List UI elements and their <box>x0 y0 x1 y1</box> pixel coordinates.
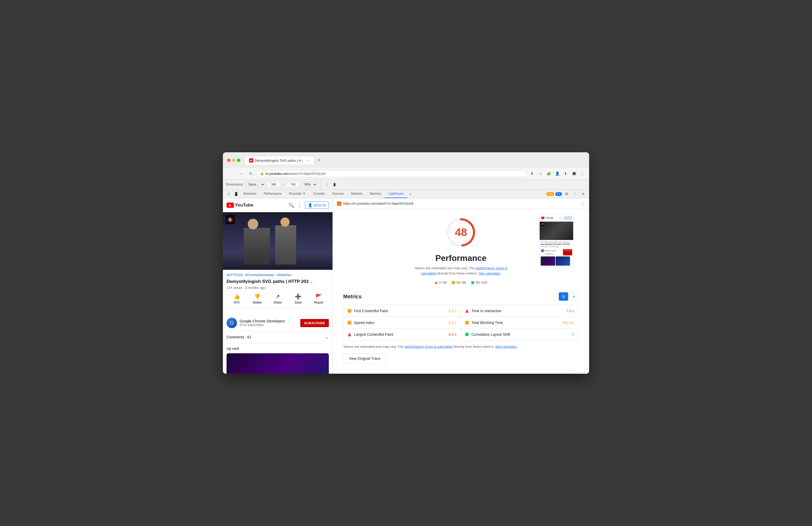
save-label: Save <box>294 301 302 304</box>
comments-label: Comments · 61 <box>227 335 251 339</box>
tab-console[interactable]: Console <box>309 190 328 198</box>
channel-name[interactable]: Google Chrome Developers <box>240 319 298 323</box>
inspect-element-icon[interactable]: ⊹ <box>225 190 232 198</box>
extensions-icon[interactable]: 🧩 <box>545 170 552 177</box>
new-tab-button[interactable]: + <box>314 155 323 165</box>
legend-poor: 0–49 <box>435 281 447 284</box>
profile-icon[interactable]: 👤 <box>553 170 561 177</box>
video-meta: 17K views · 3 months ago <box>227 286 329 290</box>
view-original-trace-button[interactable]: View Original Trace <box>343 354 386 364</box>
close-button[interactable] <box>227 159 231 162</box>
next-video-thumbnail[interactable]: The History Navigation API. HTTP 203 <box>227 353 329 374</box>
cast-icon[interactable]: 🔳 <box>570 170 578 177</box>
tbt-indicator <box>465 321 469 325</box>
reload-button[interactable]: ↻ <box>247 170 255 177</box>
like-action[interactable]: 👍 870 <box>227 293 247 304</box>
devtools-more-icon[interactable]: ⋮ <box>571 190 579 198</box>
device-select[interactable]: Sams... <box>245 182 265 187</box>
score-gauge: 48 Performance Values are estimated and … <box>411 214 511 284</box>
subscribe-button[interactable]: SUBSCRIBE <box>300 319 329 327</box>
zoom-select[interactable]: 95% <box>302 182 317 187</box>
mute-icon[interactable]: 🔇 <box>226 215 235 224</box>
sign-in-button[interactable]: 👤 SIGN IN <box>305 201 329 209</box>
maximize-button[interactable] <box>237 159 241 162</box>
more-icon[interactable]: ⋮ <box>297 202 302 208</box>
footer-perf-link[interactable]: performance score is calculated <box>405 345 453 349</box>
tab-sources[interactable]: Sources <box>328 190 347 198</box>
share-action[interactable]: ↗ Share <box>267 293 288 304</box>
tab-title: Demystifyingish SVG paths | H... <box>255 159 304 162</box>
search-icon[interactable]: 🔍 <box>288 202 294 208</box>
traffic-lights <box>227 159 241 162</box>
legend-good: 90–100 <box>471 281 487 284</box>
grid-view-button[interactable]: ☰ <box>559 292 568 301</box>
lighthouse-panel: 🔶 https://m.youtube.com/watch?v=9qen5CKj… <box>333 198 589 374</box>
minimize-button[interactable] <box>232 159 235 162</box>
lcp-name: Largest Contentful Paint <box>354 332 446 337</box>
share-icon[interactable]: ⬆ <box>528 170 536 177</box>
legend-average: 50–89 <box>452 281 466 284</box>
tag-chromedeveloper[interactable]: #ChromeDeveloper <box>245 273 275 277</box>
tab-network[interactable]: Network <box>347 190 366 198</box>
save-action[interactable]: ➕ Save <box>288 293 308 304</box>
lcp-value: 8.5 s <box>449 332 456 337</box>
lighthouse-url: https://m.youtube.com/watch?v=9qen5CKjUe… <box>343 201 579 205</box>
tab-performance[interactable]: Performance <box>260 190 286 198</box>
si-value: 4.8 s <box>449 321 456 325</box>
metric-cls: Cumulative Layout Shift 0 <box>461 329 578 340</box>
video-info: #HTTP203 #ChromeDeveloper #WebDev Demyst… <box>223 270 333 315</box>
ss-mute-icon: 🔇 <box>541 222 545 226</box>
metric-fcp: First Contentful Paint 3.5 s <box>344 305 461 317</box>
height-input[interactable] <box>287 182 300 187</box>
poor-indicator <box>435 281 437 284</box>
dislike-label: Dislike <box>253 301 262 304</box>
youtube-logo-icon: ▶ <box>227 202 234 208</box>
metric-si: Speed Index 4.8 s <box>344 317 461 329</box>
legend-poor-label: 0–49 <box>439 281 447 284</box>
dislike-action[interactable]: 👎 Dislike <box>247 293 267 304</box>
dimensions-label: Dimensions: <box>226 183 243 186</box>
video-thumbnail[interactable]: 🔇 <box>223 212 333 270</box>
width-input[interactable] <box>267 182 280 187</box>
footer-calculator-link[interactable]: See calculator. <box>495 345 518 349</box>
youtube-logo-text: YouTube <box>235 202 253 208</box>
lighthouse-more-icon[interactable]: ⋮ <box>581 201 585 206</box>
tag-http203[interactable]: #HTTP203 <box>227 273 243 277</box>
device-more-options[interactable]: ⋮ <box>323 181 331 188</box>
comments-row[interactable]: Comments · 61 ⌄ <box>223 331 333 343</box>
dislike-icon: 👎 <box>254 293 261 300</box>
calculator-link[interactable]: See calculator. <box>479 271 501 275</box>
tag-webdev[interactable]: #WebDev <box>277 273 292 277</box>
up-next-section: Up next The History Navigation API. HTTP… <box>223 343 333 374</box>
back-button[interactable]: ← <box>226 170 234 177</box>
yt-header-icons: 🔍 ⋮ 👤 SIGN IN <box>288 201 329 209</box>
comments-expand-icon[interactable]: ⌄ <box>325 334 329 340</box>
more-tabs-button[interactable]: » <box>408 190 414 198</box>
address-bar[interactable]: 🔒 m.youtube.com/watch?v=9qen5CKjUe8 <box>257 170 526 177</box>
tab-close-button[interactable]: × <box>306 158 310 162</box>
report-action[interactable]: 🚩 Report <box>308 293 329 304</box>
close-devtools-icon[interactable]: ✕ <box>580 190 587 198</box>
fcp-name: First Contentful Paint <box>354 309 446 313</box>
report-label: Report <box>314 301 323 304</box>
device-mode-icon[interactable]: 📱 <box>232 190 240 198</box>
expand-chevron-icon[interactable]: ⌄ <box>310 280 313 284</box>
tab-memory[interactable]: Memory <box>366 190 385 198</box>
channel-avatar: G <box>227 318 237 328</box>
bookmark-icon[interactable]: ☆ <box>537 170 544 177</box>
si-indicator <box>348 321 351 325</box>
list-view-button[interactable]: ≡ <box>569 292 579 301</box>
tab-recorder[interactable]: Recorder 🎙 <box>286 190 310 198</box>
panel-actions: ⚠ 1 ℹ 1 ⚙ ⋮ ✕ <box>546 190 587 198</box>
save-icon: ➕ <box>295 293 301 300</box>
tab-lighthouse[interactable]: Lighthouse <box>385 190 408 198</box>
forward-button[interactable]: → <box>236 170 245 177</box>
youtube-header: ▶ YouTube 🔍 ⋮ 👤 SIGN IN <box>223 198 333 212</box>
responsive-icon[interactable]: 📱 <box>331 181 338 188</box>
settings-icon[interactable]: ⚙ <box>563 190 570 198</box>
tab-elements[interactable]: Elements <box>240 190 260 198</box>
active-tab[interactable]: ▶ Demystifyingish SVG paths | H... × <box>245 156 314 165</box>
nav-actions: ⬆ ☆ 🧩 👤 ⬇ 🔳 ⋮ <box>528 170 586 177</box>
download-icon[interactable]: ⬇ <box>562 170 569 177</box>
menu-button[interactable]: ⋮ <box>579 170 586 177</box>
